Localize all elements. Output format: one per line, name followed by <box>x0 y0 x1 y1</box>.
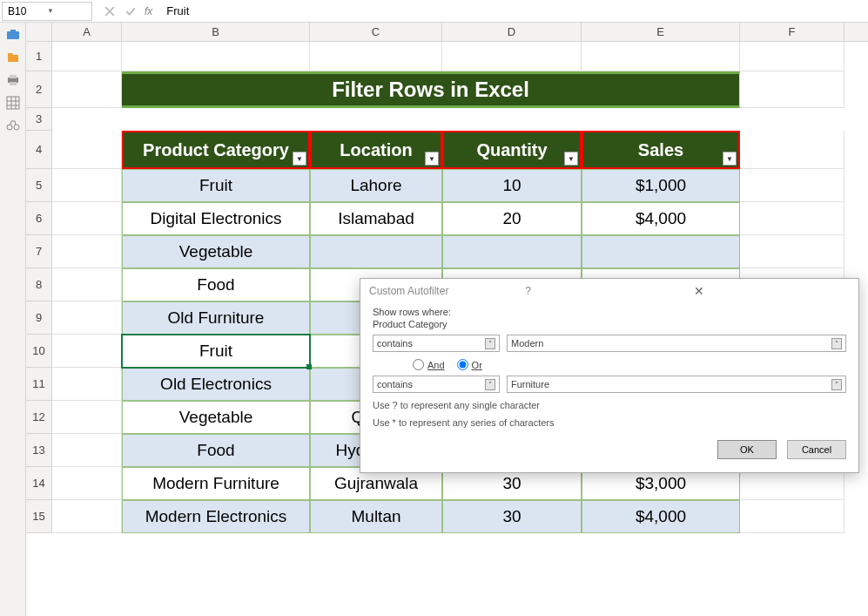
cell-D6[interactable]: 20 <box>442 202 582 235</box>
svg-rect-0 <box>7 31 19 39</box>
chevron-down-icon: ˅ <box>831 338 842 349</box>
custom-autofilter-dialog: Custom Autofilter ? ✕ Show rows where: P… <box>360 278 859 473</box>
row-header-8[interactable]: 8 <box>26 268 52 301</box>
table-header-3: Sales▼ <box>582 131 740 169</box>
svg-point-10 <box>7 125 12 130</box>
col-header-D[interactable]: D <box>442 23 582 41</box>
dialog-column-name: Product Category <box>373 319 846 329</box>
dialog-title: Custom Autofilter <box>369 285 525 297</box>
folder-icon[interactable] <box>6 51 20 64</box>
cell-E15[interactable]: $4,000 <box>582 500 740 533</box>
row-header-12[interactable]: 12 <box>26 401 52 434</box>
cell-B14[interactable]: Modern Furniture <box>122 467 310 500</box>
formula-bar-icons <box>96 6 145 17</box>
hint1: Use ? to represent any single character <box>373 400 846 410</box>
cell-B10[interactable]: Fruit <box>122 335 310 368</box>
dialog-label: Show rows where: <box>373 307 846 317</box>
col-header-B[interactable]: B <box>122 23 310 41</box>
filter-dropdown-icon[interactable]: ▼ <box>293 152 306 166</box>
table-icon[interactable] <box>6 96 20 110</box>
cell-B11[interactable]: Old Electronics <box>122 368 310 401</box>
filter-dropdown-icon[interactable]: ▼ <box>425 152 439 166</box>
chevron-down-icon: ˅ <box>485 338 495 349</box>
operator1-select[interactable]: contains˅ <box>373 335 500 352</box>
row-header-13[interactable]: 13 <box>26 434 52 467</box>
cell-D7[interactable] <box>442 235 582 268</box>
row-header-15[interactable]: 15 <box>26 500 52 533</box>
sheet-title: Filter Rows in Excel <box>122 71 740 108</box>
cancel-button[interactable]: Cancel <box>787 440 846 459</box>
cell-C5[interactable]: Lahore <box>310 169 442 202</box>
svg-rect-3 <box>10 75 17 78</box>
cell-B12[interactable]: Vegetable <box>122 401 310 434</box>
operator2-select[interactable]: contains˅ <box>373 376 500 393</box>
fx-icon[interactable]: fx <box>145 5 152 17</box>
hint2: Use * to represent any series of charact… <box>373 417 846 428</box>
binoculars-icon[interactable] <box>6 118 20 132</box>
cell-C7[interactable] <box>310 235 442 268</box>
svg-rect-1 <box>10 30 16 32</box>
col-header-E[interactable]: E <box>582 23 740 41</box>
cell-D15[interactable]: 30 <box>442 500 582 533</box>
svg-point-11 <box>14 125 19 130</box>
dialog-body: Show rows where: Product Category contai… <box>360 303 858 431</box>
name-box[interactable]: B10 ▼ <box>2 2 92 21</box>
cell-D5[interactable]: 10 <box>442 169 582 202</box>
cell-E5[interactable]: $1,000 <box>582 169 740 202</box>
row-header-4[interactable]: 4 <box>26 131 52 169</box>
chevron-down-icon: ˅ <box>831 379 842 390</box>
cell-B5[interactable]: Fruit <box>122 169 310 202</box>
col-header-C[interactable]: C <box>310 23 442 41</box>
cell-B8[interactable]: Food <box>122 268 310 301</box>
select-all-corner[interactable] <box>26 23 52 41</box>
name-box-dropdown-icon[interactable]: ▼ <box>47 7 86 15</box>
cell-B7[interactable]: Vegetable <box>122 235 310 268</box>
row-header-2[interactable]: 2 <box>26 71 52 108</box>
col-header-A[interactable]: A <box>52 23 122 41</box>
row-header-7[interactable]: 7 <box>26 235 52 268</box>
value1-select[interactable]: Modern˅ <box>507 335 846 352</box>
cell-C6[interactable]: Islamabad <box>310 202 442 235</box>
enter-icon[interactable] <box>125 6 136 17</box>
cell-B9[interactable]: Old Furniture <box>122 301 310 335</box>
filter-dropdown-icon[interactable]: ▼ <box>564 152 578 166</box>
row-header-3[interactable]: 3 <box>26 108 52 131</box>
row-header-9[interactable]: 9 <box>26 301 52 335</box>
side-panel <box>0 23 26 616</box>
row-header-11[interactable]: 11 <box>26 368 52 401</box>
cell-C15[interactable]: Multan <box>310 500 442 533</box>
table-header-1: Location▼ <box>310 131 442 169</box>
help-icon[interactable]: ? <box>525 285 681 297</box>
column-headers: A B C D E F <box>26 23 868 42</box>
cell-E7[interactable] <box>582 235 740 268</box>
filter-dropdown-icon[interactable]: ▼ <box>723 152 737 166</box>
row-header-5[interactable]: 5 <box>26 169 52 202</box>
chevron-down-icon: ˅ <box>485 379 495 390</box>
row-header-6[interactable]: 6 <box>26 202 52 235</box>
formula-input[interactable]: Fruit <box>161 4 868 17</box>
dialog-titlebar[interactable]: Custom Autofilter ? ✕ <box>360 279 858 303</box>
cell-B6[interactable]: Digital Electronics <box>122 202 310 235</box>
cell-B15[interactable]: Modern Electronics <box>122 500 310 533</box>
ok-button[interactable]: OK <box>717 440 777 459</box>
name-box-value: B10 <box>8 5 47 17</box>
row-header-1[interactable]: 1 <box>26 42 52 71</box>
and-radio[interactable]: And <box>413 359 445 370</box>
print-icon[interactable] <box>6 73 20 87</box>
formula-bar: B10 ▼ fx Fruit <box>0 0 868 23</box>
cancel-icon[interactable] <box>104 6 115 17</box>
cell-E6[interactable]: $4,000 <box>582 202 740 235</box>
table-header-2: Quantity▼ <box>442 131 582 169</box>
toolbox-icon[interactable] <box>6 28 20 42</box>
dialog-buttons: OK Cancel <box>360 431 858 468</box>
row-header-14[interactable]: 14 <box>26 467 52 500</box>
logic-radio-group: And Or <box>373 355 846 376</box>
table-header-0: Product Category▼ <box>122 131 310 169</box>
row-header-10[interactable]: 10 <box>26 335 52 368</box>
cell-B13[interactable]: Food <box>122 434 310 467</box>
value2-select[interactable]: Furniture˅ <box>507 376 846 393</box>
col-header-F[interactable]: F <box>740 23 844 41</box>
close-icon[interactable]: ✕ <box>694 284 850 298</box>
or-radio[interactable]: Or <box>457 359 482 370</box>
svg-rect-5 <box>7 97 19 109</box>
